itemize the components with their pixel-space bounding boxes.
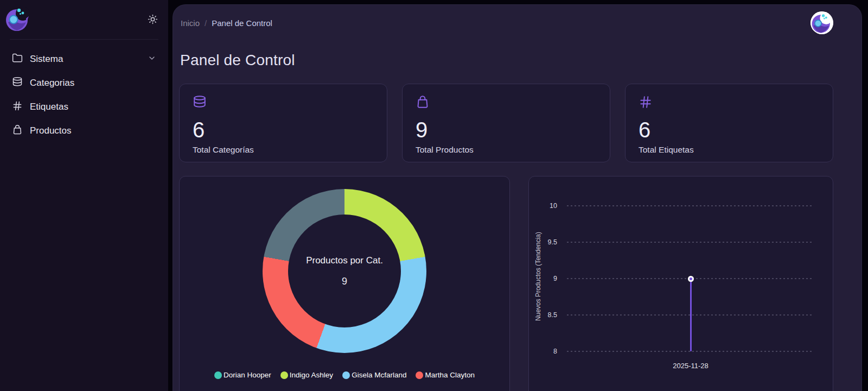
trend-chart-card: Nuevos Productos (Tendencia) 10 9.5 9 bbox=[528, 176, 833, 391]
legend-item-martha-clayton[interactable]: Martha Clayton bbox=[416, 371, 475, 379]
shopping-bag-icon bbox=[12, 124, 23, 138]
sidebar-item-label: Etiquetas bbox=[30, 102, 68, 112]
stats-row: 6 Total Categorías 9 Total Productos bbox=[179, 84, 833, 162]
app-root: Sistema Categorias bbox=[0, 0, 868, 391]
legend-label: Dorian Hooper bbox=[224, 371, 271, 379]
sun-icon bbox=[148, 18, 158, 26]
stat-card-etiquetas: 6 Total Etiquetas bbox=[625, 84, 833, 162]
legend-item-dorian-hooper[interactable]: Dorian Hooper bbox=[214, 371, 271, 379]
y-tick: 8.5 bbox=[529, 311, 557, 319]
grid-row: 8 bbox=[529, 347, 833, 356]
breadcrumb: Inicio / Panel de Control bbox=[181, 18, 272, 28]
legend-swatch bbox=[214, 371, 222, 379]
breadcrumb-inicio[interactable]: Inicio bbox=[181, 18, 200, 28]
user-avatar[interactable] bbox=[810, 11, 833, 34]
y-tick: 8 bbox=[529, 347, 557, 356]
sidebar-header bbox=[0, 0, 168, 39]
stat-label: Total Productos bbox=[416, 145, 597, 155]
sidebar-item-productos[interactable]: Productos bbox=[7, 119, 162, 143]
pie-chart-total: 9 bbox=[342, 276, 347, 287]
pie-chart-center: Productos por Cat. 9 bbox=[288, 215, 401, 327]
gridline bbox=[567, 351, 812, 352]
stat-value: 9 bbox=[416, 118, 597, 142]
stat-card-categorias: 6 Total Categorías bbox=[179, 84, 387, 162]
grid-row: 8.5 bbox=[529, 311, 833, 319]
hash-icon bbox=[639, 95, 820, 111]
breadcrumb-separator: / bbox=[205, 18, 207, 28]
sidebar-item-label: Categorias bbox=[30, 78, 74, 89]
shopping-bag-icon bbox=[416, 95, 597, 111]
gridline bbox=[567, 314, 812, 316]
pie-chart-card: Productos por Cat. 9 Dorian Hooper Indig… bbox=[179, 176, 510, 391]
legend-label: Indigo Ashley bbox=[290, 371, 333, 379]
y-tick: 10 bbox=[529, 201, 557, 210]
charts-row: Productos por Cat. 9 Dorian Hooper Indig… bbox=[179, 176, 833, 391]
sidebar-nav: Sistema Categorias bbox=[0, 40, 168, 150]
legend-swatch bbox=[342, 371, 350, 379]
stat-value: 6 bbox=[639, 118, 820, 142]
legend-item-indigo-ashley[interactable]: Indigo Ashley bbox=[280, 371, 333, 379]
pie-chart-legend: Dorian Hooper Indigo Ashley Gisela Mcfar… bbox=[180, 371, 509, 379]
sidebar-item-categorias[interactable]: Categorias bbox=[7, 71, 162, 95]
app-logo-moon-icon[interactable] bbox=[4, 7, 30, 33]
stat-card-productos: 9 Total Productos bbox=[402, 84, 610, 162]
legend-swatch bbox=[280, 371, 288, 379]
stat-label: Total Categorías bbox=[193, 145, 374, 155]
hash-icon bbox=[12, 100, 23, 114]
sidebar-item-etiquetas[interactable]: Etiquetas bbox=[7, 95, 162, 119]
legend-label: Martha Clayton bbox=[425, 371, 475, 379]
legend-label: Gisela Mcfarland bbox=[352, 371, 406, 379]
grid-row: 9.5 bbox=[529, 238, 833, 247]
gridline bbox=[567, 205, 812, 206]
topbar: Inicio / Panel de Control bbox=[179, 11, 833, 34]
breadcrumb-current: Panel de Control bbox=[212, 18, 272, 28]
y-tick: 9 bbox=[529, 274, 557, 283]
database-icon bbox=[193, 95, 374, 111]
pie-chart-title: Productos por Cat. bbox=[306, 255, 383, 266]
sidebar-item-label: Sistema bbox=[30, 54, 63, 65]
data-point-marker[interactable] bbox=[688, 276, 694, 282]
theme-toggle-button[interactable] bbox=[146, 14, 158, 26]
sidebar-item-label: Productos bbox=[30, 125, 72, 136]
database-icon bbox=[12, 77, 23, 90]
sidebar-item-sistema[interactable]: Sistema bbox=[7, 47, 162, 71]
y-tick: 9.5 bbox=[529, 238, 557, 247]
gridline bbox=[567, 242, 812, 243]
sidebar: Sistema Categorias bbox=[0, 0, 168, 391]
grid-row: 9 bbox=[529, 274, 833, 283]
x-tick-label: 2025-11-28 bbox=[673, 362, 709, 370]
legend-swatch bbox=[416, 371, 423, 379]
lollipop-bar[interactable] bbox=[690, 279, 692, 351]
chevron-down-icon bbox=[148, 54, 156, 65]
stat-value: 6 bbox=[193, 118, 374, 142]
pie-chart[interactable]: Productos por Cat. 9 bbox=[263, 189, 426, 353]
page-title: Panel de Control bbox=[180, 52, 833, 69]
grid-row: 10 bbox=[529, 201, 833, 210]
stat-label: Total Etiquetas bbox=[639, 145, 820, 155]
main-panel: Inicio / Panel de Control bbox=[173, 4, 862, 391]
legend-item-gisela-mcfarland[interactable]: Gisela Mcfarland bbox=[342, 371, 406, 379]
folder-icon bbox=[12, 53, 23, 66]
